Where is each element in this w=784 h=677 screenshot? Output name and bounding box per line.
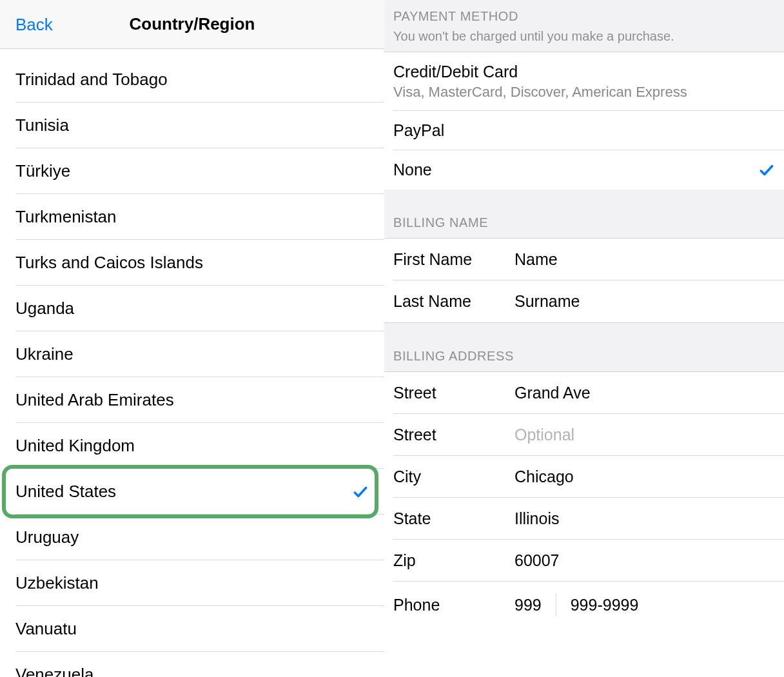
back-button[interactable]: Back bbox=[15, 14, 53, 34]
city-value[interactable]: Chicago bbox=[514, 467, 775, 486]
state-value[interactable]: Illinois bbox=[514, 509, 775, 528]
phone-divider bbox=[556, 593, 556, 616]
country-item[interactable]: United Kingdom bbox=[0, 423, 384, 469]
street2-row[interactable]: Street Optional bbox=[384, 414, 784, 456]
street2-placeholder[interactable]: Optional bbox=[514, 426, 775, 444]
billing-address-section-header: BILLING ADDRESS bbox=[384, 322, 784, 372]
last-name-row[interactable]: Last Name Surname bbox=[384, 280, 784, 322]
state-label: State bbox=[393, 509, 514, 528]
country-label: Uzbekistan bbox=[15, 573, 99, 593]
country-item[interactable]: Ukraine bbox=[0, 331, 384, 377]
payment-method-header-sub: You won't be charged until you make a pu… bbox=[393, 29, 775, 44]
country-item[interactable]: Uzbekistan bbox=[0, 560, 384, 606]
payment-option[interactable]: Credit/Debit CardVisa, MasterCard, Disco… bbox=[384, 52, 784, 111]
country-label: United States bbox=[15, 482, 116, 502]
street1-label: Street bbox=[393, 384, 514, 402]
country-label: Turkmenistan bbox=[15, 207, 117, 227]
city-label: City bbox=[393, 467, 514, 486]
country-item[interactable]: Vanuatu bbox=[0, 606, 384, 652]
last-name-label: Last Name bbox=[393, 292, 514, 311]
country-item[interactable]: Türkiye bbox=[0, 148, 384, 194]
country-item[interactable]: Trinidad and Tobago bbox=[0, 57, 384, 103]
billing-name-header-title: BILLING NAME bbox=[393, 215, 775, 230]
street1-row[interactable]: Street Grand Ave bbox=[384, 372, 784, 414]
payment-option-label: PayPal bbox=[393, 121, 775, 140]
phone-row[interactable]: Phone 999 999-9999 bbox=[384, 582, 784, 628]
street2-label: Street bbox=[393, 426, 514, 444]
payment-option-label: None bbox=[393, 161, 758, 179]
billing-name-section-header: BILLING NAME bbox=[384, 190, 784, 239]
country-label: Trinidad and Tobago bbox=[15, 70, 168, 90]
payment-method-header-title: PAYMENT METHOD bbox=[393, 9, 775, 24]
zip-label: Zip bbox=[393, 551, 514, 570]
phone-group: 999 999-9999 bbox=[514, 593, 638, 616]
country-item[interactable]: Turks and Caicos Islands bbox=[0, 240, 384, 286]
country-label: Ukraine bbox=[15, 344, 74, 364]
first-name-label: First Name bbox=[393, 250, 514, 269]
payment-option-label: Credit/Debit Card bbox=[393, 63, 775, 81]
country-item[interactable]: Uganda bbox=[0, 286, 384, 331]
country-item[interactable]: United States bbox=[0, 469, 384, 515]
country-label: United Kingdom bbox=[15, 436, 135, 456]
country-item[interactable]: Tunisia bbox=[0, 103, 384, 148]
country-list[interactable]: Trinidad and TobagoTunisiaTürkiyeTurkmen… bbox=[0, 49, 384, 677]
phone-number-value[interactable]: 999-9999 bbox=[571, 596, 639, 614]
country-label: Uruguay bbox=[15, 527, 79, 547]
country-label: Turks and Caicos Islands bbox=[15, 253, 203, 273]
payment-option[interactable]: None bbox=[384, 150, 784, 190]
checkmark-icon bbox=[758, 162, 775, 179]
payment-option-sub: Visa, MasterCard, Discover, American Exp… bbox=[393, 84, 775, 101]
state-row[interactable]: State Illinois bbox=[384, 498, 784, 540]
payment-method-section-header: PAYMENT METHOD You won't be charged unti… bbox=[384, 0, 784, 52]
country-label: Türkiye bbox=[15, 161, 70, 181]
street1-value[interactable]: Grand Ave bbox=[514, 384, 775, 402]
country-label: United Arab Emirates bbox=[15, 390, 174, 410]
last-name-value[interactable]: Surname bbox=[514, 292, 775, 311]
first-name-value[interactable]: Name bbox=[514, 250, 775, 269]
payment-options-list: Credit/Debit CardVisa, MasterCard, Disco… bbox=[384, 52, 784, 190]
country-label: Vanuatu bbox=[15, 619, 77, 639]
page-title: Country/Region bbox=[0, 14, 384, 34]
nav-header: Back Country/Region bbox=[0, 0, 384, 49]
payment-billing-panel: PAYMENT METHOD You won't be charged unti… bbox=[384, 0, 784, 677]
country-label: Uganda bbox=[15, 299, 74, 319]
country-item[interactable]: United Arab Emirates bbox=[0, 377, 384, 423]
country-item[interactable]: Turkmenistan bbox=[0, 194, 384, 240]
country-label: Tunisia bbox=[15, 115, 69, 135]
payment-option[interactable]: PayPal bbox=[384, 111, 784, 150]
billing-address-header-title: BILLING ADDRESS bbox=[393, 349, 775, 364]
phone-label: Phone bbox=[393, 596, 514, 614]
zip-row[interactable]: Zip 60007 bbox=[384, 540, 784, 582]
country-item[interactable]: Uruguay bbox=[0, 515, 384, 560]
checkmark-icon bbox=[352, 484, 369, 500]
country-item[interactable]: Venezuela bbox=[0, 652, 384, 677]
phone-area-value[interactable]: 999 bbox=[514, 596, 542, 614]
city-row[interactable]: City Chicago bbox=[384, 456, 784, 498]
country-label: Venezuela bbox=[15, 665, 93, 677]
first-name-row[interactable]: First Name Name bbox=[384, 239, 784, 280]
country-region-panel: Back Country/Region Trinidad and TobagoT… bbox=[0, 0, 384, 677]
zip-value[interactable]: 60007 bbox=[514, 551, 775, 570]
